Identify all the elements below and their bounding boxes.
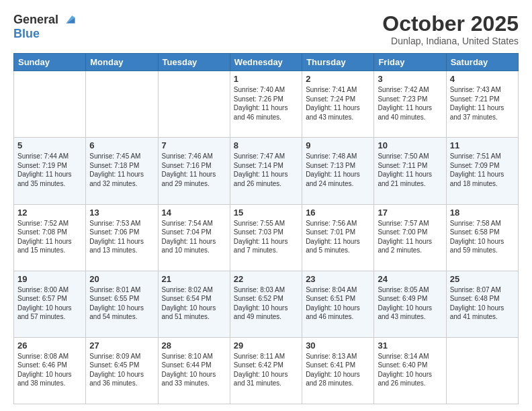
day-info: Sunrise: 8:09 AM Sunset: 6:45 PM Dayligh… bbox=[89, 352, 154, 388]
calendar-cell bbox=[158, 71, 230, 138]
calendar-week-row: 12Sunrise: 7:52 AM Sunset: 7:08 PM Dayli… bbox=[14, 204, 519, 271]
day-info: Sunrise: 7:44 AM Sunset: 7:19 PM Dayligh… bbox=[17, 152, 82, 188]
calendar-cell: 31Sunrise: 8:14 AM Sunset: 6:40 PM Dayli… bbox=[374, 337, 446, 404]
calendar-cell bbox=[446, 337, 518, 404]
day-number: 1 bbox=[234, 74, 298, 84]
calendar-cell: 22Sunrise: 8:03 AM Sunset: 6:52 PM Dayli… bbox=[230, 271, 302, 337]
day-number: 7 bbox=[162, 140, 226, 150]
day-number: 26 bbox=[17, 340, 82, 351]
calendar-cell: 16Sunrise: 7:56 AM Sunset: 7:01 PM Dayli… bbox=[302, 204, 374, 271]
day-info: Sunrise: 8:10 AM Sunset: 6:44 PM Dayligh… bbox=[162, 352, 226, 388]
calendar-cell: 7Sunrise: 7:46 AM Sunset: 7:16 PM Daylig… bbox=[158, 138, 230, 204]
day-info: Sunrise: 7:48 AM Sunset: 7:13 PM Dayligh… bbox=[306, 152, 370, 188]
calendar-cell: 21Sunrise: 8:02 AM Sunset: 6:54 PM Dayli… bbox=[158, 271, 230, 337]
calendar-header-row: SundayMondayTuesdayWednesdayThursdayFrid… bbox=[14, 54, 519, 71]
day-info: Sunrise: 7:53 AM Sunset: 7:06 PM Dayligh… bbox=[89, 219, 154, 255]
weekday-header: Monday bbox=[86, 54, 158, 71]
day-info: Sunrise: 7:43 AM Sunset: 7:21 PM Dayligh… bbox=[450, 85, 515, 122]
calendar-cell: 27Sunrise: 8:09 AM Sunset: 6:45 PM Dayli… bbox=[86, 337, 158, 404]
day-info: Sunrise: 7:58 AM Sunset: 6:58 PM Dayligh… bbox=[450, 219, 515, 255]
day-number: 20 bbox=[89, 274, 154, 284]
day-info: Sunrise: 7:51 AM Sunset: 7:09 PM Dayligh… bbox=[450, 152, 515, 188]
calendar-week-row: 5Sunrise: 7:44 AM Sunset: 7:19 PM Daylig… bbox=[14, 138, 519, 204]
day-info: Sunrise: 7:40 AM Sunset: 7:26 PM Dayligh… bbox=[234, 85, 298, 122]
calendar-week-row: 26Sunrise: 8:08 AM Sunset: 6:46 PM Dayli… bbox=[14, 337, 519, 404]
day-number: 14 bbox=[162, 208, 226, 218]
logo-blue-text: Blue bbox=[13, 27, 40, 40]
day-info: Sunrise: 7:54 AM Sunset: 7:04 PM Dayligh… bbox=[162, 219, 226, 255]
day-number: 23 bbox=[306, 274, 370, 284]
calendar-cell bbox=[14, 71, 86, 138]
calendar-cell: 12Sunrise: 7:52 AM Sunset: 7:08 PM Dayli… bbox=[14, 204, 86, 271]
day-number: 2 bbox=[306, 74, 370, 84]
calendar-cell: 13Sunrise: 7:53 AM Sunset: 7:06 PM Dayli… bbox=[86, 204, 158, 271]
location: Dunlap, Indiana, United States bbox=[382, 36, 519, 46]
day-info: Sunrise: 8:08 AM Sunset: 6:46 PM Dayligh… bbox=[17, 352, 82, 388]
day-number: 24 bbox=[378, 274, 442, 284]
weekday-header: Thursday bbox=[302, 54, 374, 71]
calendar-cell: 20Sunrise: 8:01 AM Sunset: 6:55 PM Dayli… bbox=[86, 271, 158, 337]
day-number: 29 bbox=[234, 340, 298, 351]
calendar-cell: 17Sunrise: 7:57 AM Sunset: 7:00 PM Dayli… bbox=[374, 204, 446, 271]
day-number: 12 bbox=[17, 208, 82, 218]
day-number: 19 bbox=[17, 274, 82, 284]
calendar-cell: 19Sunrise: 8:00 AM Sunset: 6:57 PM Dayli… bbox=[14, 271, 86, 337]
day-number: 5 bbox=[17, 140, 82, 150]
calendar-cell: 30Sunrise: 8:13 AM Sunset: 6:41 PM Dayli… bbox=[302, 337, 374, 404]
weekday-header: Friday bbox=[374, 54, 446, 71]
day-number: 10 bbox=[378, 140, 442, 150]
day-number: 4 bbox=[450, 74, 515, 84]
day-info: Sunrise: 8:04 AM Sunset: 6:51 PM Dayligh… bbox=[306, 285, 370, 322]
calendar-cell: 15Sunrise: 7:55 AM Sunset: 7:03 PM Dayli… bbox=[230, 204, 302, 271]
day-info: Sunrise: 7:41 AM Sunset: 7:24 PM Dayligh… bbox=[306, 85, 370, 122]
weekday-header: Saturday bbox=[446, 54, 518, 71]
day-info: Sunrise: 7:57 AM Sunset: 7:00 PM Dayligh… bbox=[378, 219, 442, 255]
day-info: Sunrise: 8:03 AM Sunset: 6:52 PM Dayligh… bbox=[234, 285, 298, 322]
logo: General Blue bbox=[13, 12, 76, 41]
calendar-cell: 25Sunrise: 8:07 AM Sunset: 6:48 PM Dayli… bbox=[446, 271, 518, 337]
calendar-table: SundayMondayTuesdayWednesdayThursdayFrid… bbox=[13, 53, 519, 404]
calendar-cell: 26Sunrise: 8:08 AM Sunset: 6:46 PM Dayli… bbox=[14, 337, 86, 404]
calendar-cell: 10Sunrise: 7:50 AM Sunset: 7:11 PM Dayli… bbox=[374, 138, 446, 204]
calendar-cell: 6Sunrise: 7:45 AM Sunset: 7:18 PM Daylig… bbox=[86, 138, 158, 204]
day-info: Sunrise: 7:46 AM Sunset: 7:16 PM Dayligh… bbox=[162, 152, 226, 188]
day-number: 22 bbox=[234, 274, 298, 284]
calendar-cell: 9Sunrise: 7:48 AM Sunset: 7:13 PM Daylig… bbox=[302, 138, 374, 204]
day-number: 15 bbox=[234, 208, 298, 218]
day-info: Sunrise: 7:55 AM Sunset: 7:03 PM Dayligh… bbox=[234, 219, 298, 255]
weekday-header: Tuesday bbox=[158, 54, 230, 71]
calendar-cell: 18Sunrise: 7:58 AM Sunset: 6:58 PM Dayli… bbox=[446, 204, 518, 271]
day-info: Sunrise: 7:56 AM Sunset: 7:01 PM Dayligh… bbox=[306, 219, 370, 255]
calendar-cell: 23Sunrise: 8:04 AM Sunset: 6:51 PM Dayli… bbox=[302, 271, 374, 337]
day-info: Sunrise: 8:14 AM Sunset: 6:40 PM Dayligh… bbox=[378, 352, 442, 388]
weekday-header: Wednesday bbox=[230, 54, 302, 71]
calendar-week-row: 1Sunrise: 7:40 AM Sunset: 7:26 PM Daylig… bbox=[14, 71, 519, 138]
day-number: 25 bbox=[450, 274, 515, 284]
header-right: October 2025 Dunlap, Indiana, United Sta… bbox=[382, 12, 519, 46]
day-number: 17 bbox=[378, 208, 442, 218]
day-number: 21 bbox=[162, 274, 226, 284]
calendar-cell: 28Sunrise: 8:10 AM Sunset: 6:44 PM Dayli… bbox=[158, 337, 230, 404]
day-info: Sunrise: 8:01 AM Sunset: 6:55 PM Dayligh… bbox=[89, 285, 154, 322]
day-info: Sunrise: 7:50 AM Sunset: 7:11 PM Dayligh… bbox=[378, 152, 442, 188]
logo-general-text: General bbox=[13, 13, 58, 27]
day-number: 9 bbox=[306, 140, 370, 150]
header: General Blue October 2025 Dunlap, Indian… bbox=[13, 12, 519, 46]
day-info: Sunrise: 8:02 AM Sunset: 6:54 PM Dayligh… bbox=[162, 285, 226, 322]
day-number: 27 bbox=[89, 340, 154, 351]
calendar-cell: 2Sunrise: 7:41 AM Sunset: 7:24 PM Daylig… bbox=[302, 71, 374, 138]
day-info: Sunrise: 8:05 AM Sunset: 6:49 PM Dayligh… bbox=[378, 285, 442, 322]
day-info: Sunrise: 7:42 AM Sunset: 7:23 PM Dayligh… bbox=[378, 85, 442, 122]
month-title: October 2025 bbox=[382, 12, 519, 36]
day-number: 28 bbox=[162, 340, 226, 351]
day-number: 11 bbox=[450, 140, 515, 150]
day-number: 6 bbox=[89, 140, 154, 150]
day-number: 30 bbox=[306, 340, 370, 351]
day-info: Sunrise: 8:11 AM Sunset: 6:42 PM Dayligh… bbox=[234, 352, 298, 388]
calendar-cell: 29Sunrise: 8:11 AM Sunset: 6:42 PM Dayli… bbox=[230, 337, 302, 404]
calendar-cell: 3Sunrise: 7:42 AM Sunset: 7:23 PM Daylig… bbox=[374, 71, 446, 138]
day-number: 3 bbox=[378, 74, 442, 84]
day-number: 18 bbox=[450, 208, 515, 218]
calendar-cell: 1Sunrise: 7:40 AM Sunset: 7:26 PM Daylig… bbox=[230, 71, 302, 138]
day-number: 31 bbox=[378, 340, 442, 351]
